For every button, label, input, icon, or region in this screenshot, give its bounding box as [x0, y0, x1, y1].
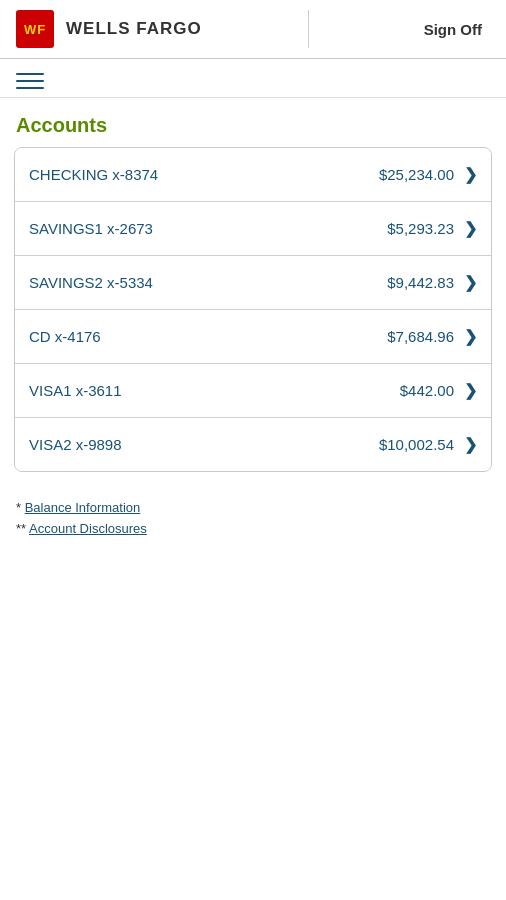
account-balance: $9,442.83	[387, 274, 454, 291]
balance-info-link[interactable]: Balance Information	[25, 500, 141, 515]
wells-fargo-logo: WF	[16, 10, 54, 48]
header: WF WELLS FARGO Sign Off	[0, 0, 506, 59]
sign-off-button[interactable]: Sign Off	[416, 17, 490, 42]
account-balance: $10,002.54	[379, 436, 454, 453]
account-row[interactable]: CHECKING x-8374$25,234.00❯	[15, 148, 491, 202]
account-row[interactable]: SAVINGS2 x-5334$9,442.83❯	[15, 256, 491, 310]
account-right: $25,234.00❯	[379, 165, 477, 184]
account-name: CHECKING x-8374	[29, 166, 158, 183]
account-name: VISA1 x-3611	[29, 382, 122, 399]
hamburger-line-3	[16, 87, 44, 89]
chevron-right-icon: ❯	[464, 327, 477, 346]
chevron-right-icon: ❯	[464, 435, 477, 454]
account-disclosures-footnote: ** Account Disclosures	[16, 521, 490, 536]
footer-links: * Balance Information ** Account Disclos…	[0, 472, 506, 558]
chevron-right-icon: ❯	[464, 219, 477, 238]
account-name: VISA2 x-9898	[29, 436, 122, 453]
account-name: SAVINGS1 x-2673	[29, 220, 153, 237]
account-row[interactable]: CD x-4176$7,684.96❯	[15, 310, 491, 364]
balance-info-footnote: * Balance Information	[16, 500, 490, 515]
account-right: $442.00❯	[400, 381, 477, 400]
page-title: Accounts	[16, 114, 490, 137]
header-divider	[308, 10, 309, 48]
account-right: $7,684.96❯	[387, 327, 477, 346]
account-name: CD x-4176	[29, 328, 101, 345]
account-right: $5,293.23❯	[387, 219, 477, 238]
chevron-right-icon: ❯	[464, 165, 477, 184]
account-row[interactable]: SAVINGS1 x-2673$5,293.23❯	[15, 202, 491, 256]
chevron-right-icon: ❯	[464, 381, 477, 400]
chevron-right-icon: ❯	[464, 273, 477, 292]
account-right: $9,442.83❯	[387, 273, 477, 292]
account-disclosures-link[interactable]: Account Disclosures	[29, 521, 147, 536]
hamburger-line-1	[16, 73, 44, 75]
account-balance: $7,684.96	[387, 328, 454, 345]
balance-info-prefix: *	[16, 500, 25, 515]
bank-name: WELLS FARGO	[66, 19, 202, 39]
hamburger-menu-button[interactable]	[16, 73, 44, 89]
account-right: $10,002.54❯	[379, 435, 477, 454]
account-name: SAVINGS2 x-5334	[29, 274, 153, 291]
menu-bar	[0, 59, 506, 98]
hamburger-line-2	[16, 80, 44, 82]
account-row[interactable]: VISA2 x-9898$10,002.54❯	[15, 418, 491, 471]
account-disclosures-prefix: **	[16, 521, 29, 536]
account-balance: $5,293.23	[387, 220, 454, 237]
account-row[interactable]: VISA1 x-3611$442.00❯	[15, 364, 491, 418]
account-balance: $442.00	[400, 382, 454, 399]
header-left: WF WELLS FARGO	[16, 10, 202, 48]
accounts-list: CHECKING x-8374$25,234.00❯SAVINGS1 x-267…	[14, 147, 492, 472]
account-balance: $25,234.00	[379, 166, 454, 183]
page-title-section: Accounts	[0, 98, 506, 147]
